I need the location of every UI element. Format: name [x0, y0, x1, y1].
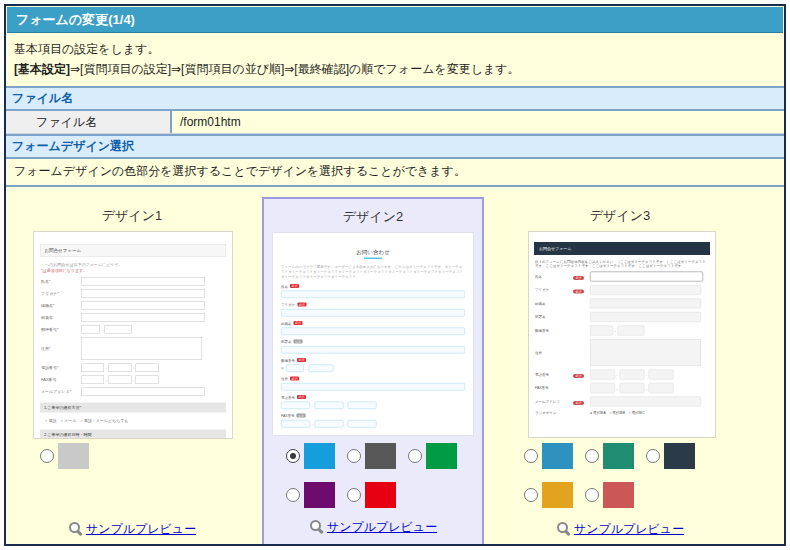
color-radio[interactable]: [408, 449, 422, 463]
color-radio[interactable]: [347, 488, 361, 502]
intro-line-2: [基本設定]⇒[質問項目の設定]⇒[質問項目の並び順]⇒[最終確認]の順でフォー…: [14, 62, 776, 76]
color-radio[interactable]: [524, 449, 538, 463]
design-3-preview-link-row: サンプルプレビュー: [517, 519, 723, 538]
design-1-color-options: [40, 443, 238, 482]
design-section-description: フォームデザインの色部分を選択することでデザインを選択することができます。: [6, 159, 784, 187]
design-section-header: フォームデザイン選択: [6, 134, 784, 159]
color-swatch[interactable]: [603, 482, 634, 508]
design-1-label: デザイン1: [33, 207, 231, 225]
design-2-label: デザイン2: [264, 208, 482, 226]
design-3-preview: お問合せフォーム以下のフォームにお問合せ内容をご記入ください。（ここはダミーテキ…: [528, 231, 716, 438]
color-swatch[interactable]: [304, 482, 335, 508]
filename-row: ファイル名 /form01htm: [6, 111, 784, 134]
color-swatch[interactable]: [58, 443, 89, 469]
color-radio[interactable]: [646, 449, 660, 463]
color-option[interactable]: [585, 443, 634, 469]
sample-preview-link[interactable]: サンプルプレビュー: [327, 520, 437, 534]
intro-block: 基本項目の設定をします。 [基本設定]⇒[質問項目の設定]⇒[質問項目の並び順]…: [6, 34, 784, 86]
color-option[interactable]: [347, 443, 396, 469]
color-radio[interactable]: [286, 449, 300, 463]
filename-label: ファイル名: [6, 111, 172, 133]
sample-preview-link[interactable]: サンプルプレビュー: [86, 522, 196, 536]
color-option[interactable]: [347, 482, 396, 508]
intro-line-1: 基本項目の設定をします。: [14, 42, 776, 56]
color-radio[interactable]: [286, 488, 300, 502]
color-option[interactable]: [524, 443, 573, 469]
color-radio[interactable]: [40, 449, 54, 463]
color-swatch[interactable]: [426, 443, 457, 469]
design-3-color-options: [524, 443, 724, 521]
form-change-page: フォームの変更(1/4) 基本項目の設定をします。 [基本設定]⇒[質問項目の設…: [4, 4, 786, 546]
intro-line-2-rest: ⇒[質問項目の設定]⇒[質問項目の並び順]⇒[最終確認]の順でフォームを変更しま…: [70, 62, 520, 76]
color-radio[interactable]: [347, 449, 361, 463]
design-selection-area: デザイン1 お問合せフォーム～へのお問合せは以下のフォームにどうぞ。*は必須項目…: [6, 187, 784, 546]
design-column-3: デザイン3 お問合せフォーム以下のフォームにお問合せ内容をご記入ください。（ここ…: [517, 187, 723, 546]
sample-preview-link[interactable]: サンプルプレビュー: [574, 522, 684, 536]
color-option[interactable]: [585, 482, 634, 508]
page-title: フォームの変更(1/4): [7, 7, 783, 33]
color-swatch[interactable]: [542, 443, 573, 469]
color-option[interactable]: [286, 443, 335, 469]
color-swatch[interactable]: [365, 482, 396, 508]
color-swatch[interactable]: [304, 443, 335, 469]
design-column-2-selected: デザイン2 お問い合わせフォームのパラグラフ要素です。ユーザーによる自由入力にな…: [262, 197, 484, 546]
magnifier-icon: [309, 519, 324, 534]
magnifier-icon: [68, 521, 83, 536]
color-option[interactable]: [40, 443, 89, 469]
color-radio[interactable]: [585, 488, 599, 502]
color-option[interactable]: [524, 482, 573, 508]
filename-section-header: ファイル名: [6, 86, 784, 111]
color-option[interactable]: [286, 482, 335, 508]
design-2-preview-link-row: サンプルプレビュー: [264, 517, 482, 536]
color-swatch[interactable]: [365, 443, 396, 469]
magnifier-icon: [556, 521, 571, 536]
color-swatch[interactable]: [603, 443, 634, 469]
color-option[interactable]: [408, 443, 457, 469]
design-column-1: デザイン1 お問合せフォーム～へのお問合せは以下のフォームにどうぞ。*は必須項目…: [33, 187, 231, 546]
color-swatch[interactable]: [664, 443, 695, 469]
color-radio[interactable]: [585, 449, 599, 463]
filename-value: /form01htm: [172, 111, 784, 133]
color-radio[interactable]: [524, 488, 538, 502]
color-swatch[interactable]: [542, 482, 573, 508]
design-1-preview: お問合せフォーム～へのお問合せは以下のフォームにどうぞ。*は必須項目になります。…: [33, 231, 233, 439]
design-2-color-options: [286, 443, 482, 521]
intro-line-2-bold: [基本設定]: [14, 62, 70, 76]
color-option[interactable]: [646, 443, 695, 469]
design-2-preview: お問い合わせフォームのパラグラフ要素です。ユーザーによる自由入力になります。こち…: [272, 232, 474, 436]
design-1-preview-link-row: サンプルプレビュー: [33, 519, 231, 538]
design-3-label: デザイン3: [517, 207, 723, 225]
